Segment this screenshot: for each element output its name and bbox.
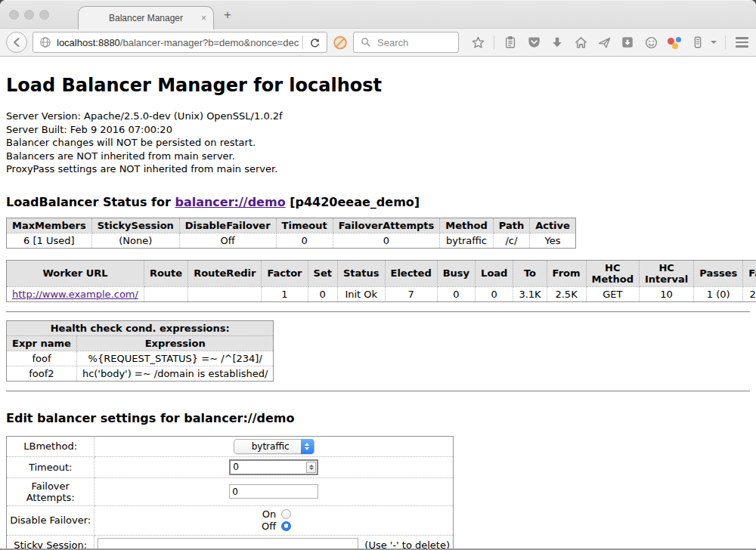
cell: Init Ok <box>337 286 385 301</box>
tab-balancer-manager[interactable]: Balancer Manager × <box>78 6 214 29</box>
table-header-row: Worker URL Route RouteRedir Factor Set S… <box>7 260 756 286</box>
toolbar-icons <box>470 35 756 50</box>
search-placeholder: Search <box>377 37 408 48</box>
column-header: Expression <box>76 335 274 351</box>
cell: GET <box>586 286 639 301</box>
downloads-arrow-icon[interactable] <box>550 35 565 50</box>
disable-failover-on-radio[interactable] <box>281 509 291 519</box>
toolbar-divider-2 <box>725 36 726 49</box>
status-heading-prefix: LoadBalancer Status for <box>6 195 175 209</box>
browser-window: Balancer Manager × + localhost:8880/bala… <box>0 0 756 550</box>
minimize-window-button[interactable] <box>24 10 34 20</box>
cell: /c/ <box>493 233 529 248</box>
reload-button[interactable] <box>307 35 322 50</box>
cell: hc('body') =~ /domain is established/ <box>76 366 274 381</box>
cell: 2.5K <box>547 286 586 301</box>
column-header: Set <box>308 260 337 286</box>
send-plane-icon[interactable] <box>596 35 612 50</box>
column-header: Path <box>493 218 529 233</box>
url-path: /balancer-manager?b=demo&nonce=decc37be-… <box>120 37 299 48</box>
clipboard-icon[interactable] <box>503 35 518 50</box>
number-spinner-icon[interactable] <box>306 462 316 473</box>
home-icon[interactable] <box>573 35 588 50</box>
cell: 10 <box>639 286 693 301</box>
urlbar-divider <box>302 36 303 49</box>
timeout-label: Timeout: <box>7 456 94 477</box>
section-divider <box>6 311 750 313</box>
column-header: Route <box>144 260 187 286</box>
cell: 0 <box>437 286 475 301</box>
column-header: From <box>547 260 586 286</box>
tab-title: Balancer Manager <box>109 13 183 23</box>
url-bar[interactable]: localhost:8880/balancer-manager?b=demo&n… <box>33 32 327 53</box>
server-built-line: Server Built: Feb 9 2016 07:00:20 <box>6 123 750 137</box>
form-row-lbmethod: LBmethod: bytraffic <box>7 436 454 456</box>
timeout-field[interactable] <box>231 462 306 472</box>
form-row-failover-attempts: Failover Attempts: <box>7 477 454 505</box>
worker-row: http://www.example.com/ 1 0 Init Ok 7 0 … <box>7 286 756 301</box>
cell: foof2 <box>7 366 77 381</box>
reader-icon[interactable] <box>690 35 705 50</box>
cell: Off <box>179 233 276 248</box>
tab-close-icon[interactable]: × <box>201 13 206 23</box>
sticky-session-input[interactable] <box>98 538 358 550</box>
status-heading-suffix: [p4420eeae_demo] <box>286 195 420 209</box>
search-bar[interactable]: Search <box>353 32 459 53</box>
column-header: Expr name <box>7 335 77 351</box>
column-header: StickySession <box>91 218 179 233</box>
form-row-sticky-session: Sticky Session: (Use '-' to delete) <box>7 535 454 549</box>
balancer-demo-link[interactable]: balancer://demo <box>175 195 285 209</box>
column-header: Load <box>476 260 513 286</box>
sticky-session-label: Sticky Session: <box>7 535 94 549</box>
cell: 1 (0) <box>694 286 743 301</box>
pocket-icon[interactable] <box>526 35 541 50</box>
edit-balancer-form: LBmethod: bytraffic Timeout: <box>6 436 454 550</box>
section-divider <box>6 391 750 392</box>
worker-url-link[interactable]: http://www.example.com/ <box>12 289 138 300</box>
download-square-icon[interactable] <box>620 35 635 50</box>
cell: (None) <box>91 233 179 248</box>
caret-down-icon[interactable] <box>711 41 717 44</box>
cell: 3.1K <box>513 286 547 301</box>
hamburger-menu-button[interactable] <box>734 35 749 50</box>
status-heading: LoadBalancer Status for balancer://demo … <box>6 195 750 209</box>
column-header: To <box>513 260 547 286</box>
failover-attempts-input[interactable] <box>229 484 318 499</box>
column-header: Busy <box>437 260 475 286</box>
new-tab-button[interactable]: + <box>224 8 231 23</box>
column-header: MaxMembers <box>7 218 92 233</box>
url-text[interactable]: localhost:8880/balancer-manager?b=demo&n… <box>57 37 299 48</box>
column-header: Timeout <box>276 218 333 233</box>
edit-settings-heading: Edit balancer settings for balancer://de… <box>6 411 750 425</box>
form-row-disable-failover: Disable Failover: On Off <box>7 505 454 535</box>
column-header: Active <box>530 218 576 233</box>
cell: 0 <box>333 233 440 248</box>
back-button[interactable] <box>6 32 27 53</box>
cell: 0 <box>276 233 333 248</box>
column-header: Passes <box>694 260 743 286</box>
cell-worker-url: http://www.example.com/ <box>7 286 144 301</box>
column-header: RouteRedir <box>188 260 262 286</box>
color-dots-icon[interactable] <box>667 35 682 50</box>
column-header: Factor <box>262 260 308 286</box>
close-window-button[interactable] <box>9 10 19 20</box>
bookmark-star-button[interactable] <box>470 35 485 50</box>
globe-icon <box>38 35 53 50</box>
radio-on-label: On <box>256 508 276 521</box>
table-row: foof2 hc('body') =~ /domain is establish… <box>7 366 274 381</box>
timeout-input[interactable] <box>229 459 318 475</box>
smiley-icon[interactable] <box>643 35 658 50</box>
block-icon[interactable] <box>333 35 348 50</box>
back-icon <box>11 36 23 48</box>
column-header: FailoverAttempts <box>333 218 440 233</box>
cell: 2 (0) <box>743 286 756 301</box>
url-domain: localhost:8880 <box>57 37 120 48</box>
column-header: Status <box>337 260 385 286</box>
column-header: HC Method <box>586 260 639 286</box>
cell <box>144 286 187 301</box>
zoom-window-button[interactable] <box>39 10 49 20</box>
table-header-row: Expr name Expression <box>7 335 274 351</box>
radio-off-label: Off <box>256 521 276 533</box>
disable-failover-off-radio[interactable] <box>281 521 291 531</box>
lbmethod-select[interactable]: bytraffic <box>234 439 314 454</box>
